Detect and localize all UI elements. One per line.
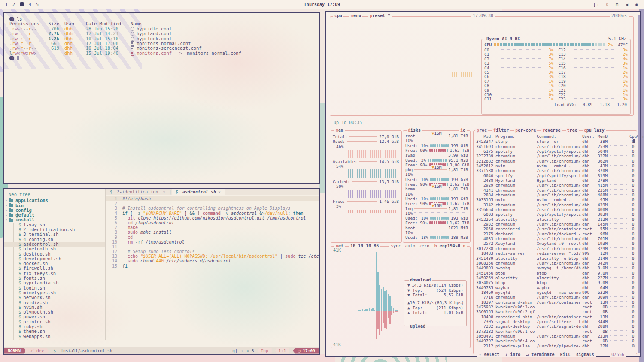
process-row[interactable]: 3451439alacrittyalacritty -e btopdhh214M… [475,256,635,260]
code-line[interactable]: 5 git clone https://github.com/nikosdion… [106,216,319,220]
proc-col-MemB[interactable]: MemB [594,134,608,139]
editor-window[interactable]: Neo-tree ▸applications▸bin▸config▸defaul… [3,188,320,355]
proc-tab-tree[interactable]: tree [566,128,579,133]
btop-tab-menu[interactable]: menu [349,13,362,18]
net-option-auto[interactable]: auto [405,244,415,248]
workspace-1[interactable]: 1 [5,2,8,7]
process-row[interactable]: 3452264alacrittyalacrittydhh212M0.0 [475,217,635,222]
code-line[interactable]: 15fi [106,264,319,268]
process-row[interactable]: 4033chromium/usr/lib/chromium/dhh701M0.0 [475,236,635,241]
proc-tab-cpu-lazy[interactable]: cpu lazy [583,128,606,133]
process-row[interactable]: 6040spotify/opt/spotify/spotidhh319M0.2 [475,173,635,178]
proc-scrollbar[interactable] [633,139,635,143]
proc-tabs[interactable]: procfilterper-corereversetreecpu lazy [475,128,606,133]
update-interval[interactable]: 2000ms [610,13,629,18]
net-options[interactable]: syncautozero [389,244,434,248]
logout-icon[interactable]: [→ [593,2,598,7]
process-row[interactable]: 3453347slurpslurp -ordhh38M0.0 [475,139,635,144]
code-line[interactable]: 12 # Setup sudo-less controls [106,249,319,254]
proc-tab-per-core[interactable]: per-core [514,128,537,133]
tree-item-hyprlandia.sh[interactable]: $hyprlandia.sh [14,281,105,285]
proc-footer[interactable]: ↑ select↓ info↵ terminatekillsignals [477,352,596,357]
proc-action-info[interactable]: ↓ info [505,352,520,357]
proc-tab-filter[interactable]: filter [492,128,510,133]
bluetooth-icon[interactable]: ᛒ [606,2,608,7]
process-row[interactable]: 3451456btopbtopdhh9.0M0.0 [475,270,635,275]
proc-col-Pid[interactable]: Pid: [475,134,493,139]
process-row[interactable]: 3356654chromium/usr/lib/chromium/dhh400M… [475,207,635,212]
process-row[interactable]: 2572XwaylandXwayland :0 -rootldhh193M0.0 [475,241,635,246]
btop-tab-preset[interactable]: preset * [368,13,392,18]
process-row[interactable]: 18408containerd-shim/usr/bin/containerro… [475,314,635,319]
process-row[interactable]: 2175dockerd/usr/bin/dockerd -root96M0.0 [475,232,635,236]
close-icon[interactable]: × [218,190,220,194]
process-row[interactable]: 3008356chromium/usr/lib/chromium/dhh342M… [475,261,635,265]
process-row[interactable]: 7305signal-desktop/proc/self/exe --tdhh3… [475,319,635,324]
code-line[interactable]: 4if [ -z "$OMARCHY_BARE" ] && ! command … [106,211,319,216]
terminal-window[interactable]: ➜lsPermissionsSizeUserDate ModifiedName.… [3,12,320,184]
process-row[interactable]: 3033165nvimnvim --embed .dhh95M0.0 [475,197,635,202]
process-row[interactable]: 3373182kworker/u96:1-coroot0B0.0 [475,329,635,334]
editor-pane[interactable]: $2-identification…×|$asdcontrol.sh× 1#!/… [106,189,319,340]
tree-item-3-terminal.sh[interactable]: $3-terminal.sh [14,232,105,237]
neotree-list[interactable]: ▸applications▸bin▸config▸default▾install… [4,198,105,340]
workspace-switcher[interactable]: 1245 [5,2,39,7]
btop-header-tabs[interactable]: cpumenupreset * [333,13,392,18]
prompt-line[interactable]: ➜ [9,56,314,60]
code-line[interactable]: 7 make [106,225,319,230]
process-row[interactable]: 3425932kworker/u96:3-coroot0B0.0 [475,305,635,309]
code-line[interactable]: 1#!/bin/bash [106,196,319,201]
neotree-panel[interactable]: Neo-tree ▸applications▸bin▸config▸defaul… [4,189,106,340]
process-row[interactable]: 3451693chromium/usr/lib/chromium/dhh253M… [475,144,635,149]
screencast-icon[interactable]: ⊡ [616,2,618,7]
code-area[interactable]: 1#!/bin/bash23# Install asdcontrol for c… [106,195,319,268]
proc-col-Program[interactable]: Program: [495,134,537,139]
process-list[interactable]: 3453347slurpslurp -ordhh38M0.03451693chr… [475,139,635,348]
process-row[interactable]: 4141chromium/usr/lib/chromium/dhh235M0.0 [475,188,635,193]
process-row[interactable]: 2932chromium/usr/lib/chromium/dhh145M0.0 [475,222,635,226]
process-row[interactable]: 3142chromium/usr/lib/chromium/dhh439M0.0 [475,202,635,207]
process-row[interactable]: 3452612nvimnvim --embed .dhh43M0.0 [475,163,635,168]
proc-column-headers[interactable]: Pid:Program:Command:User:MemBCpu% ↑ [475,134,635,139]
code-line[interactable]: 10 rm -rf /tmp/asdcontrol [106,240,319,244]
proc-col-User[interactable]: User: [582,134,594,139]
btop-tab-cpu[interactable]: cpu [333,13,343,18]
record-icon[interactable]: ◉ [635,2,638,7]
process-row[interactable]: 3034075btopbtopdhh9.0M0.0 [475,280,635,285]
tab-asdcontrol-sh[interactable]: $asdcontrol.sh× [172,189,225,195]
code-line[interactable]: 9 cd - [106,235,319,240]
code-line[interactable]: 8 sudo make install [106,230,319,235]
process-row[interactable]: 3449785waybarwaybardhh64M0.0 [475,285,635,290]
process-row[interactable]: 3232739chromium/usr/lib/chromium/dhh322M… [475,154,635,158]
process-row[interactable]: 6003spotify/opt/spotify/spotidhh383M0.0 [475,212,635,217]
process-row[interactable]: 3371538chromium/usr/lib/chromium/dhh370M… [475,168,635,173]
process-row[interactable]: 2058containerd/usr/bin/containerroot55M0… [475,226,635,231]
code-line[interactable]: 6 cd /tmp/asdcontrol [106,220,319,225]
tree-item-network.sh[interactable]: $network.sh [14,295,105,300]
process-row[interactable]: 2884chromium/usr/lib/chromium/dhh488M0.0 [475,193,635,197]
process-row[interactable]: 3450269alacrittyalacrittydhh227M0.0 [475,275,635,280]
process-row[interactable]: 18397containerd-shim/usr/bin/containerro… [475,300,635,305]
window-scroll-strip[interactable] [638,15,640,353]
proc-action-terminate[interactable]: ↵ terminate [526,352,554,357]
process-row[interactable]: 7232signal-desktop/usr/lib/signal-dedhh2… [475,324,635,329]
tree-item-bluetooth.sh[interactable]: $bluetooth.sh [14,247,105,251]
net-interface[interactable]: b enp194s0 n [433,244,467,248]
sidebar-item-applications[interactable]: ▸applications [4,198,105,203]
process-row[interactable]: 2929chromium/usr/lib/chromium/dhh415M0.0 [475,183,635,187]
proc-action-select[interactable]: ↑ select [479,352,499,357]
process-row[interactable]: 2488HyprlandHyprlanddhh278M0.1 [475,178,635,183]
proc-scroll-down-icon[interactable]: ↓ [633,343,635,348]
workspace-active[interactable] [20,2,24,6]
code-line[interactable]: 2 [106,201,319,206]
proc-action-kill[interactable]: kill [560,352,571,357]
process-row[interactable]: 7716chromium/usr/lib/chromium/dhh309M0.0 [475,295,635,299]
proc-tab-reverse[interactable]: reverse [541,128,562,133]
workspace-2[interactable]: 2 [12,2,15,7]
process-row[interactable]: 3212682chromium/usr/lib/chromium/dhh362M… [475,159,635,163]
close-icon[interactable]: × [163,190,165,194]
process-row[interactable]: 2112pipewire-pulse/usr/bin/pipewire-dhh2… [475,344,635,348]
tree-item-theme.sh[interactable]: $theme.sh [14,329,105,334]
code-line[interactable]: 14 sudo chmod 440 /etc/sudoers.d/asdcont… [106,259,319,263]
workspace-5[interactable]: 5 [36,2,39,7]
